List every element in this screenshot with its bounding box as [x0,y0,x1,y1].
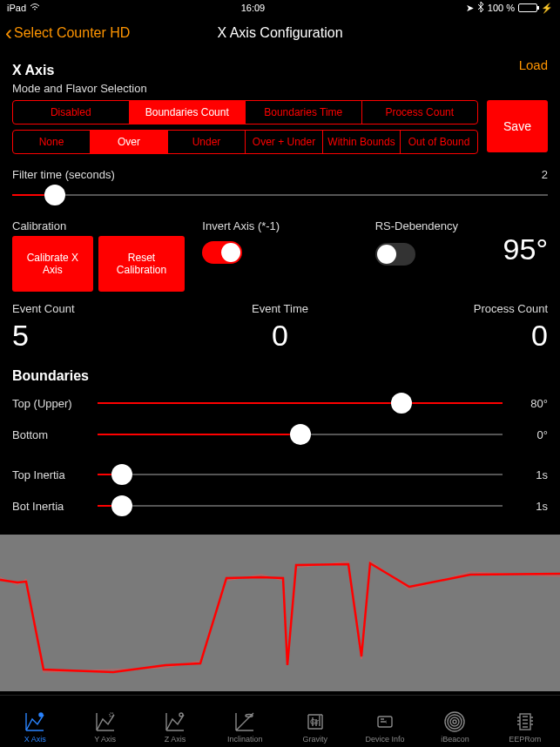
process-count-label: Process Count [369,302,548,315]
angle-reading: 95° [503,232,548,266]
top-inertia-label: Top Inertia [12,468,91,481]
flavor-option-5[interactable]: Out of Bound [401,131,477,153]
rsdep-label: RS-Debendency [375,219,548,232]
bluetooth-icon [477,2,484,14]
signal-chart [0,535,560,691]
mode-option-0[interactable]: Disabled [13,101,130,124]
mode-option-3[interactable]: Process Count [362,101,478,124]
flavor-option-1[interactable]: Over [91,131,168,153]
tab-icon-0 [24,710,46,733]
battery-percent: 100 % [488,3,515,13]
mode-option-2[interactable]: Boundaries Time [246,101,362,124]
chevron-left-icon: ‹ [5,23,12,44]
top-upper-label: Top (Upper) [12,397,91,410]
bottom-slider[interactable] [98,422,503,447]
tab-eeprom[interactable]: EEPRom [490,696,560,747]
tab-icon-2 [164,710,186,733]
tab-device-info[interactable]: iDevice Info [350,696,420,747]
load-button[interactable]: Load [519,57,548,72]
tab-label: Z Axis [165,735,186,744]
svg-point-2 [179,713,183,717]
axis-title: X Axis [12,63,519,78]
tab-label: Gravity [302,735,327,744]
tab-label: Y Axis [94,735,116,744]
mode-option-1[interactable]: Boundaries Count [130,101,246,124]
calibrate-button[interactable]: Calibrate X Axis [12,236,93,292]
save-button[interactable]: Save [487,100,548,152]
flavor-segmented[interactable]: NoneOverUnderOver + UnderWithin BoundsOu… [12,130,478,154]
tab-bar: X AxisY AxisZ AxisInclinationGrGravityiD… [0,695,560,747]
flavor-option-0[interactable]: None [13,131,91,153]
tab-icon-3 [233,710,256,733]
filter-label: Filter time (seconds) [12,168,115,181]
back-button[interactable]: ‹ Select Counter HD [0,23,130,44]
bot-inertia-value: 1s [509,500,548,513]
tab-label: EEPRom [509,735,541,744]
tab-label: Device Info [366,735,405,744]
tab-icon-1 [94,710,117,733]
process-count-value: 0 [369,319,548,353]
top-slider[interactable] [98,391,503,415]
filter-value: 2 [542,168,548,181]
svg-text:i: i [386,719,387,724]
mode-segmented[interactable]: DisabledBoundaries CountBoundaries TimeP… [12,100,478,124]
tab-inclination[interactable]: Inclination [210,696,280,747]
invert-toggle[interactable] [202,241,242,264]
tab-z-axis[interactable]: Z Axis [140,696,210,747]
tab-label: X Axis [24,735,46,744]
device-name: iPad [7,3,26,13]
battery-icon [518,3,537,12]
svg-text:Gr: Gr [310,717,319,726]
tab-x-axis[interactable]: X Axis [0,696,70,747]
bot-inertia-label: Bot Inertia [12,500,91,513]
top-inertia-slider[interactable] [98,462,503,487]
calibration-label: Calibration [12,219,185,232]
svg-point-7 [453,720,456,723]
tab-label: iBeacon [441,735,469,744]
top-value: 80° [509,397,548,410]
status-bar: iPad 16:09 ➤ 100 % ⚡ [0,0,560,16]
tab-icon-7 [514,710,536,733]
tab-icon-5: i [374,710,396,733]
tab-icon-6 [443,710,466,733]
wifi-icon [30,3,40,13]
invert-label: Invert Axis (*-1) [202,219,374,232]
flavor-option-4[interactable]: Within Bounds [323,131,401,153]
reset-calibration-button[interactable]: Reset Calibration [98,236,186,292]
flavor-option-2[interactable]: Under [168,131,246,153]
rsdep-toggle[interactable] [375,243,415,266]
svg-point-0 [39,713,43,717]
mode-subtitle: Mode and Flavor Selection [12,82,548,95]
location-icon: ➤ [466,3,474,14]
status-time: 16:09 [241,3,266,13]
tab-gravity[interactable]: GrGravity [280,696,350,747]
top-inertia-value: 1s [509,468,548,481]
event-count-value: 5 [12,319,191,353]
flavor-option-3[interactable]: Over + Under [246,131,323,153]
charging-icon: ⚡ [541,3,553,14]
bottom-label: Bottom [12,428,91,441]
tab-label: Inclination [227,735,263,744]
boundaries-title: Boundaries [12,368,548,384]
svg-point-8 [450,717,459,726]
tab-icon-4: Gr [304,710,327,733]
nav-bar: ‹ Select Counter HD X Axis Configuration [0,16,560,50]
event-time-label: Event Time [191,302,369,315]
tab-ibeacon[interactable]: iBeacon [420,696,489,747]
tab-y-axis[interactable]: Y Axis [70,696,139,747]
back-label: Select Counter HD [14,25,130,41]
event-count-label: Event Count [12,302,191,315]
bottom-value: 0° [509,428,548,441]
filter-slider[interactable] [12,183,548,207]
event-time-value: 0 [191,319,369,353]
bot-inertia-slider[interactable] [98,494,503,518]
